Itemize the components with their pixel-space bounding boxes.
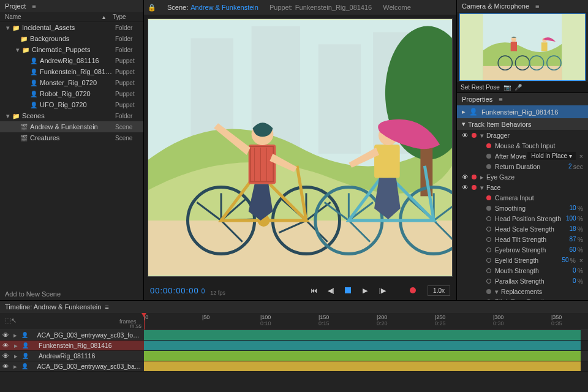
timeline-track[interactable]: 👁▸👤ACA_BG_003_entryway_sc03_foreground xyxy=(0,330,588,341)
keyframe-icon[interactable] xyxy=(486,258,491,263)
property-row[interactable]: ▾Replacements xyxy=(457,286,588,296)
arm-icon[interactable] xyxy=(486,143,491,148)
tree-item[interactable]: 📁BackgroundsFolder xyxy=(0,33,143,44)
visibility-icon[interactable]: 👁 xyxy=(462,184,469,191)
visibility-icon[interactable]: 👁 xyxy=(462,132,469,139)
track-clip[interactable] xyxy=(144,330,581,340)
property-row[interactable]: Parallax Strength0% xyxy=(457,276,588,286)
add-to-scene-button[interactable]: Add to New Scene xyxy=(5,290,61,298)
arm-icon[interactable] xyxy=(472,133,477,138)
property-row[interactable]: Head Tilt Strength87% xyxy=(457,234,588,244)
col-name[interactable]: Name xyxy=(5,13,102,20)
visibility-icon[interactable]: 👁 xyxy=(2,331,9,339)
panel-menu-icon[interactable]: ≡ xyxy=(535,2,539,10)
keyframe-icon[interactable] xyxy=(486,247,491,252)
arm-icon[interactable] xyxy=(486,154,491,159)
play-button[interactable]: ▶ xyxy=(358,283,372,298)
visibility-icon[interactable]: 👁 xyxy=(462,173,469,181)
visibility-icon[interactable]: 👁 xyxy=(2,342,10,349)
timeline-track[interactable]: 👁▸👤ACA_BG_003_entryway_sc03_background xyxy=(0,361,588,372)
visibility-icon[interactable]: 👁 xyxy=(2,352,10,360)
playhead[interactable] xyxy=(144,313,145,330)
tree-item[interactable]: ▾📁ScenesFolder xyxy=(0,110,143,121)
track-clip[interactable] xyxy=(144,361,581,371)
camera-viewport[interactable] xyxy=(459,13,586,81)
selection-tool-icon[interactable]: ⬚↖ xyxy=(5,317,17,325)
chevron-icon: ▾ xyxy=(6,24,10,32)
visibility-icon[interactable]: 👁 xyxy=(2,363,9,370)
tab-scene[interactable]: Scene: Andrew & Funkenstein xyxy=(167,4,258,11)
behavior-header[interactable]: 👁▸Eye Gaze xyxy=(457,172,588,182)
keyframe-icon[interactable] xyxy=(486,279,491,284)
timeline-ruler[interactable]: frames m:ss ⬚↖ |0|50|1000:10|1500:15|200… xyxy=(0,313,588,330)
set-rest-pose-button[interactable]: Set Rest Pose xyxy=(461,84,500,91)
scene-viewport[interactable] xyxy=(148,18,453,277)
step-back-button[interactable]: ◀| xyxy=(323,283,338,298)
stop-button[interactable] xyxy=(341,283,355,298)
tree-item[interactable]: 👤Robot_Rig_0720Puppet xyxy=(0,88,143,99)
tree-item[interactable]: ▾📁Cinematic_PuppetsFolder xyxy=(0,44,143,55)
svg-rect-45 xyxy=(511,42,517,51)
tree-item[interactable]: ▾📁Incidental_AssetsFolder xyxy=(0,22,143,33)
camera-title: Camera & Microphone xyxy=(462,2,529,10)
property-row[interactable]: After MoveHold in Place ▾× xyxy=(457,151,588,161)
arm-icon[interactable] xyxy=(472,185,477,190)
panel-menu-icon[interactable]: ≡ xyxy=(105,303,108,311)
property-row[interactable]: Mouse & Touch Input xyxy=(457,140,588,151)
step-fwd-button[interactable]: |▶ xyxy=(375,283,390,298)
tree-item[interactable]: 👤UFO_Rig_0720Puppet xyxy=(0,99,143,110)
panel-menu-icon[interactable]: ≡ xyxy=(32,2,36,10)
project-tree: ▾📁Incidental_AssetsFolder 📁BackgroundsFo… xyxy=(0,22,143,143)
tree-item[interactable]: 🎬CreaturesScene xyxy=(0,132,143,143)
track-clip[interactable] xyxy=(144,351,581,361)
chevron-icon[interactable]: ▸ xyxy=(13,363,17,370)
dropdown[interactable]: Hold in Place ▾ xyxy=(527,152,576,160)
arm-icon[interactable] xyxy=(486,195,491,200)
arm-icon[interactable] xyxy=(486,206,491,211)
keyframe-icon[interactable] xyxy=(486,268,491,273)
property-row[interactable]: Smoothing10% xyxy=(457,203,588,213)
property-row[interactable]: Eyebrow Strength60% xyxy=(457,244,588,255)
chevron-icon[interactable]: ▸ xyxy=(13,331,17,339)
track-clip[interactable] xyxy=(144,341,581,350)
property-row[interactable]: Mouth Strength0% xyxy=(457,265,588,276)
property-row[interactable]: Head Scale Strength18% xyxy=(457,224,588,234)
arm-icon[interactable] xyxy=(472,175,477,179)
tab-welcome[interactable]: Welcome xyxy=(383,4,411,11)
chevron-icon[interactable]: ▸ xyxy=(14,342,18,349)
col-type[interactable]: Type xyxy=(113,13,138,20)
timeline-track[interactable]: 👁▸👤Funkenstein_Rig_081416 xyxy=(0,341,588,351)
playback-speed[interactable]: 1.0x xyxy=(428,285,450,296)
webcam-icon[interactable]: 📷 xyxy=(503,84,511,91)
property-row[interactable]: Camera Input xyxy=(457,192,588,203)
timeline-track[interactable]: 👁▸👤AndrewRig_081116 xyxy=(0,351,588,361)
tree-item[interactable]: 👤AndrewRig_081116Puppet xyxy=(0,55,143,66)
keyframe-icon[interactable] xyxy=(486,227,491,232)
behaviors-section-header[interactable]: ▾ Track Item Behaviors xyxy=(457,118,588,130)
keyframe-icon[interactable] xyxy=(486,237,491,242)
selected-puppet-row[interactable]: ▸ 👤 Funkenstein_Rig_081416 xyxy=(457,105,588,118)
lock-icon[interactable]: 🔒 xyxy=(148,4,156,12)
property-row[interactable]: Eyelid Strength50%× xyxy=(457,255,588,265)
close-icon[interactable]: × xyxy=(579,153,583,160)
keyframe-icon[interactable] xyxy=(486,216,491,221)
behavior-header[interactable]: 👁▾Face xyxy=(457,182,588,192)
tree-item[interactable]: 👤Funkenstein_Rig_081416Puppet xyxy=(0,66,143,77)
mic-icon[interactable]: 🎤 xyxy=(514,84,522,91)
arm-icon[interactable] xyxy=(486,289,491,294)
go-start-button[interactable]: ⏮ xyxy=(306,283,321,298)
close-icon[interactable]: × xyxy=(579,257,583,264)
timeline-title: Timeline: Andrew & Funkenstein xyxy=(5,303,101,311)
property-row[interactable]: Return Duration2sec xyxy=(457,161,588,172)
tree-item[interactable]: 👤Monster_Rig_0720Puppet xyxy=(0,77,143,88)
sort-icon[interactable]: ▴ xyxy=(102,13,105,20)
tab-puppet[interactable]: Puppet: Funkenstein_Rig_081416 xyxy=(270,4,372,11)
timecode[interactable]: 00:00:00:000 xyxy=(150,286,205,295)
chevron-icon[interactable]: ▸ xyxy=(14,352,18,360)
tree-item[interactable]: 🎬Andrew & FunkensteinScene xyxy=(0,121,143,132)
record-button[interactable] xyxy=(405,283,420,298)
behavior-header[interactable]: 👁▾Dragger xyxy=(457,130,588,140)
panel-menu-icon[interactable]: ≡ xyxy=(499,96,502,103)
property-row[interactable]: Head Position Strength100% xyxy=(457,213,588,224)
arm-icon[interactable] xyxy=(486,164,491,169)
